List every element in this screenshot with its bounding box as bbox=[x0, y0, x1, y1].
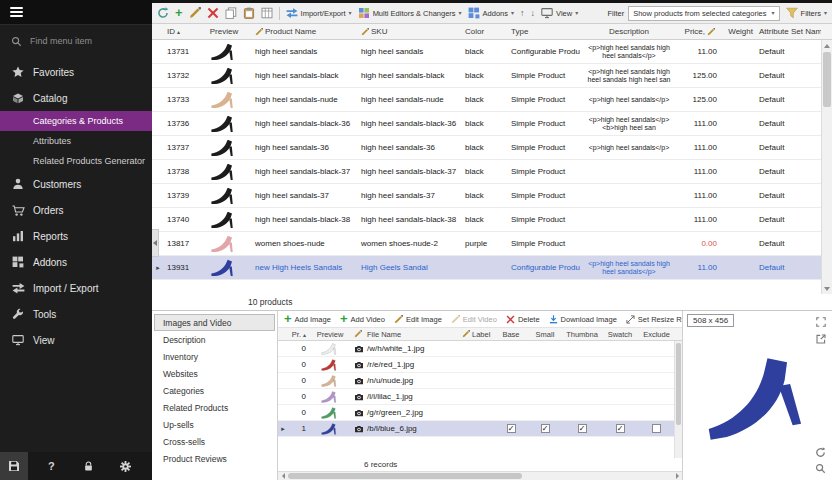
columns-button[interactable] bbox=[259, 6, 275, 20]
sidebar-item-categories-products[interactable]: Categories & Products bbox=[0, 111, 152, 131]
media-row[interactable]: 0 /r/e/red_1.jpg bbox=[278, 357, 682, 373]
column-header-type[interactable]: Type bbox=[508, 27, 580, 36]
sort-descending-button[interactable]: ↓ bbox=[529, 8, 538, 19]
product-row[interactable]: 13733 high heel sandals-nude high heel s… bbox=[152, 88, 832, 112]
column-header-product-name[interactable]: Product Name bbox=[252, 27, 358, 36]
column-header-price[interactable]: Price, bbox=[678, 27, 720, 36]
sidebar-item-reports[interactable]: Reports bbox=[0, 223, 152, 249]
scrollbar-thumb[interactable] bbox=[676, 343, 681, 425]
tab-related-products[interactable]: Related Products bbox=[154, 399, 275, 416]
refresh-button[interactable] bbox=[155, 6, 171, 20]
media-vertical-scrollbar[interactable] bbox=[674, 341, 682, 458]
product-row[interactable]: ▸ 13931 new High Heels Sandals High Geel… bbox=[152, 256, 832, 280]
hamburger-menu-icon[interactable] bbox=[10, 5, 23, 19]
checkbox-base[interactable]: ✓ bbox=[507, 424, 516, 433]
tab-product-reviews[interactable]: Product Reviews bbox=[154, 450, 275, 467]
sidebar-item-addons[interactable]: Addons bbox=[0, 249, 152, 275]
sidebar-item-customers[interactable]: Customers bbox=[0, 171, 152, 197]
product-row[interactable]: 13732 high heel sandals-black high heel … bbox=[152, 64, 832, 88]
column-header-attribute-set[interactable]: Attribute Set Name bbox=[756, 27, 821, 36]
product-row[interactable]: 13738 high heel sandals-black-37 high he… bbox=[152, 160, 832, 184]
download-image-button[interactable]: Download Image bbox=[549, 315, 617, 324]
product-row[interactable]: 13739 high heel sandals-37 high heel san… bbox=[152, 184, 832, 208]
tab-inventory[interactable]: Inventory bbox=[154, 348, 275, 365]
scrollbar-thumb[interactable] bbox=[288, 473, 522, 479]
media-column-base[interactable]: Base bbox=[494, 330, 528, 339]
sidebar-item-tools[interactable]: Tools bbox=[0, 301, 152, 327]
scroll-right-icon[interactable] bbox=[673, 472, 682, 480]
add-image-button[interactable]: +Add Image bbox=[284, 314, 331, 324]
column-header-id[interactable]: ID ▴ bbox=[164, 27, 196, 36]
edit-image-button[interactable]: Edit Image bbox=[394, 315, 442, 324]
import-export-menu-button[interactable]: Import/Export ▾ bbox=[284, 6, 354, 20]
media-column-file-name[interactable]: File Name bbox=[352, 330, 460, 339]
media-column-thumbnail[interactable]: Thumbna bbox=[562, 330, 602, 339]
filters-menu-button[interactable]: Filters ▾ bbox=[784, 6, 829, 20]
open-external-button[interactable] bbox=[813, 331, 828, 346]
column-header-preview[interactable]: Preview bbox=[196, 27, 252, 36]
column-header-sku[interactable]: SKU bbox=[358, 27, 462, 36]
column-header-description[interactable]: Description bbox=[580, 27, 678, 36]
sidebar-item-favorites[interactable]: Favorites bbox=[0, 59, 152, 85]
multi-editors-menu-button[interactable]: Multi Editors & Changers ▾ bbox=[356, 6, 464, 20]
media-row[interactable]: 0 /g/r/green_2.jpg bbox=[278, 405, 682, 421]
settings-button[interactable] bbox=[112, 452, 140, 480]
column-header-color[interactable]: Color bbox=[462, 27, 508, 36]
set-resize-rule-button[interactable]: Set Resize Rule▾ bbox=[626, 315, 682, 324]
rotate-button[interactable] bbox=[813, 445, 828, 460]
media-row[interactable]: 0 /w/h/white_1.jpg bbox=[278, 341, 682, 357]
media-horizontal-scrollbar[interactable] bbox=[278, 471, 682, 480]
tab-up-sells[interactable]: Up-sells bbox=[154, 416, 275, 433]
sidebar-item-catalog[interactable]: Catalog bbox=[0, 85, 152, 111]
delete-button[interactable]: Delete bbox=[506, 315, 540, 324]
product-row[interactable]: 13740 high heel sandals-black-38 high he… bbox=[152, 208, 832, 232]
media-column-swatch[interactable]: Swatch bbox=[602, 330, 638, 339]
checkbox-exclude[interactable] bbox=[652, 424, 661, 433]
media-column-small[interactable]: Small bbox=[528, 330, 562, 339]
scrollbar-thumb[interactable] bbox=[823, 52, 831, 107]
scroll-up-icon[interactable] bbox=[822, 40, 832, 51]
column-header-weight[interactable]: Weight bbox=[720, 27, 756, 36]
add-video-button[interactable]: +Add Video bbox=[340, 314, 385, 324]
grid-vertical-scrollbar[interactable] bbox=[821, 40, 832, 294]
product-row[interactable]: 13736 high heel sandals-black-36 high he… bbox=[152, 112, 832, 136]
product-image-preview[interactable] bbox=[683, 311, 832, 480]
view-menu-button[interactable]: View ▾ bbox=[539, 6, 580, 20]
sort-ascending-button[interactable]: ↑ bbox=[518, 8, 527, 19]
media-row[interactable]: 0 /n/u/nude.jpg bbox=[278, 373, 682, 389]
category-filter-select[interactable]: Show products from selected categories ▾ bbox=[628, 6, 779, 21]
product-row[interactable]: 13737 high heel sandals-36 high heel san… bbox=[152, 136, 832, 160]
help-button[interactable]: ? bbox=[37, 452, 65, 480]
sidebar-item-related-products-generator[interactable]: Related Products Generator bbox=[0, 151, 152, 171]
edit-product-button[interactable] bbox=[187, 6, 203, 20]
checkbox-swatch[interactable]: ✓ bbox=[616, 424, 625, 433]
save-button[interactable] bbox=[0, 452, 28, 480]
addons-menu-button[interactable]: Addons ▾ bbox=[466, 6, 516, 20]
media-column-position[interactable]: Pr. ▴ bbox=[288, 330, 308, 339]
sidebar-item-attributes[interactable]: Attributes bbox=[0, 131, 152, 151]
add-product-button[interactable]: + bbox=[173, 7, 185, 19]
media-row[interactable]: 0 /l/i/lilac_1.jpg bbox=[278, 389, 682, 405]
tab-cross-sells[interactable]: Cross-sells bbox=[154, 433, 275, 450]
scroll-left-icon[interactable] bbox=[278, 472, 287, 480]
sidebar-search[interactable]: Find menu item bbox=[0, 25, 152, 57]
media-row[interactable]: ▸ 1 /b/l/blue_6.jpg ✓ ✓ ✓ ✓ bbox=[278, 421, 682, 437]
sidebar-item-import-export[interactable]: Import / Export bbox=[0, 275, 152, 301]
fullscreen-button[interactable] bbox=[813, 314, 828, 329]
media-column-label[interactable]: Label bbox=[460, 330, 494, 339]
paste-button[interactable] bbox=[241, 6, 257, 20]
tab-images-and-video[interactable]: Images and Video bbox=[154, 314, 275, 331]
zoom-button[interactable] bbox=[813, 461, 828, 476]
sidebar-item-orders[interactable]: Orders bbox=[0, 197, 152, 223]
delete-product-button[interactable] bbox=[205, 6, 221, 20]
checkbox-thumbnail[interactable]: ✓ bbox=[578, 424, 587, 433]
tab-websites[interactable]: Websites bbox=[154, 365, 275, 382]
tab-categories[interactable]: Categories bbox=[154, 382, 275, 399]
media-column-exclude[interactable]: Exclude bbox=[638, 330, 675, 339]
sidebar-item-view[interactable]: View bbox=[0, 327, 152, 353]
scroll-down-icon[interactable] bbox=[822, 283, 832, 294]
copy-button[interactable] bbox=[223, 6, 239, 20]
product-row[interactable]: 13817 women shoes-nude women shoes-nude-… bbox=[152, 232, 832, 256]
lock-button[interactable] bbox=[75, 452, 103, 480]
panel-collapse-handle[interactable] bbox=[152, 229, 159, 257]
